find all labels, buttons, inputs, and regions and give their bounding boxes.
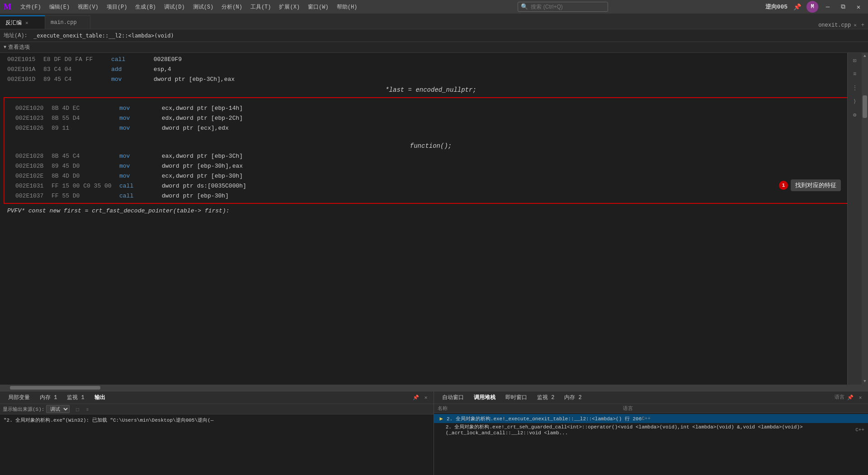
language-label: 语言	[835, 394, 844, 402]
code-line-highlighted: 002E102E 8B 4D D0 mov ecx,dword ptr [ebp…	[8, 171, 854, 181]
sidebar-icon-1[interactable]: ⊡	[849, 55, 861, 66]
callstack-tab-0[interactable]: 自动窗口	[438, 393, 468, 402]
code-line-highlighted: 002E1026 89 11 mov dword ptr [ecx],edx	[8, 123, 854, 133]
menu-item-W[interactable]: 窗口(W)	[304, 2, 332, 12]
code-line: 002E1015 E8 DF D0 FA FF call 0028E0F9	[0, 55, 862, 65]
output-bottom-tabs: 局部变量内存 1监视 1输出	[4, 393, 110, 402]
view-options-label: 查看选项	[8, 43, 30, 51]
operand: esp,4	[154, 65, 171, 75]
close-callstack-button[interactable]: ✕	[856, 394, 864, 402]
output-tab-1[interactable]: 内存 1	[35, 393, 61, 402]
call-stack-row-1[interactable]: 2. 全局对象的析构.exe!_crt_seh_guarded_call<int…	[434, 423, 868, 436]
title-bar: M 文件(F)编辑(E)视图(V)项目(P)生成(B)调试(D)测试(S)分析(…	[0, 0, 868, 14]
scroll-track	[862, 59, 868, 378]
callstack-col-header: 名称 语言	[434, 404, 868, 413]
callstack-tab-3[interactable]: 监视 2	[533, 393, 559, 402]
pin-icon[interactable]: 📌	[791, 1, 803, 13]
menu-item-B[interactable]: 生成(B)	[132, 2, 160, 12]
frame-icon	[438, 426, 444, 433]
menu-item-T[interactable]: 工具(T)	[247, 2, 275, 12]
call-stack-header: 自动窗口调用堆栈即时窗口监视 2内存 2 语言 📌 ✕	[434, 391, 868, 404]
output-tab-0[interactable]: 局部变量	[4, 393, 34, 402]
bottom-comment-line: PVFV* const new first = crt_fast_decode_…	[0, 206, 862, 216]
close-button[interactable]: ✕	[853, 1, 864, 13]
chevron-down-icon: ▼	[4, 45, 6, 50]
view-options-toggle[interactable]: ▼ 查看选项	[4, 43, 30, 51]
address-bar: 地址(A): _execute_onexit_table::__l2::<lam…	[0, 29, 868, 42]
code-view: 002E1015 E8 DF D0 FA FF call 0028E0F9002…	[0, 53, 862, 385]
code-line-highlighted: 002E1037 FF 55 D0 call dword ptr [ebp-30…	[8, 191, 854, 201]
tab-maincpp[interactable]: main.cpp	[45, 15, 90, 29]
callstack-tab-2[interactable]: 即时窗口	[501, 393, 532, 402]
bytes: 89 45 C4	[43, 75, 111, 85]
menu-item-X[interactable]: 扩展(X)	[275, 2, 303, 12]
restore-button[interactable]: ⧉	[837, 1, 849, 13]
toggle-output-button[interactable]: ⇳	[83, 405, 91, 413]
output-tab-2[interactable]: 监视 1	[62, 393, 89, 402]
tab-new[interactable]: +	[861, 22, 864, 28]
pin-callstack-button[interactable]: 📌	[846, 394, 854, 402]
operand: 0028E0F9	[154, 55, 182, 65]
output-tab-3[interactable]: 输出	[90, 393, 110, 402]
tab-bar-right: onexit.cpp ✕ +	[818, 21, 868, 29]
title-bar-right: 逆向005 📌 M — ⧉ ✕	[765, 1, 864, 13]
code-line-highlighted: 002E1031 FF 15 00 C0 35 00 call dword pt…	[8, 181, 854, 191]
search-icon: 🔍	[521, 3, 528, 10]
call-stack-row-0[interactable]: ▶2. 全局对象的析构.exe!_execute_onexit_table::_…	[434, 414, 868, 423]
code-line-highlighted: 002E1020 8B 4D EC mov ecx,dword ptr [ebp…	[8, 103, 854, 113]
right-sidebar: ⊡ ≡ ⋮ ⟩ ⚙	[847, 53, 862, 385]
clear-output-button[interactable]: ⬚	[73, 405, 81, 413]
tab-disassembly[interactable]: 反汇编 ✕	[0, 15, 45, 29]
source-select[interactable]: 调试	[46, 405, 70, 413]
search-box[interactable]: 🔍	[518, 2, 608, 12]
call-stack-panel: 自动窗口调用堆栈即时窗口监视 2内存 2 语言 📌 ✕ 名称 语言 ▶2. 全局…	[434, 391, 868, 475]
menu-item-P[interactable]: 项目(P)	[103, 2, 131, 12]
menu-item-N[interactable]: 分析(N)	[218, 2, 246, 12]
code-line-highlighted: 002E102B 89 45 D0 mov dword ptr [ebp-30h…	[8, 161, 854, 171]
h-scroll-thumb[interactable]	[10, 386, 100, 390]
mnemonic: mov	[111, 75, 154, 85]
close-output-button[interactable]: ✕	[422, 394, 430, 402]
addr: 002E1015	[7, 55, 43, 65]
tab-maincpp-label: main.cpp	[51, 19, 77, 26]
sidebar-icon-3[interactable]: ⋮	[849, 82, 861, 94]
sidebar-icon-2[interactable]: ≡	[849, 68, 861, 80]
horizontal-scrollbar[interactable]	[0, 385, 868, 391]
vertical-scrollbar[interactable]: ▲ ▼	[862, 53, 868, 385]
operand: dword ptr [ebp-3Ch],eax	[154, 75, 235, 85]
menu-item-E[interactable]: 编辑(E)	[46, 2, 74, 12]
menu-item-H[interactable]: 帮助(H)	[333, 2, 361, 12]
project-name: 逆向005	[765, 3, 788, 11]
menu-item-F[interactable]: 文件(F)	[17, 2, 45, 12]
output-panel: 局部变量内存 1监视 1输出 📌 ✕ 显示输出来源(S): 调试 ⬚ ⇳ "2.…	[0, 391, 434, 475]
menu-item-V[interactable]: 视图(V)	[74, 2, 102, 12]
output-panel-header: 局部变量内存 1监视 1输出 📌 ✕	[0, 391, 434, 404]
menu-item-S[interactable]: 测试(S)	[189, 2, 217, 12]
tab-disassembly-close[interactable]: ✕	[24, 19, 29, 27]
callstack-tab-4[interactable]: 内存 2	[560, 393, 586, 402]
code-line: 002E101A 83 C4 04 add esp,4	[0, 65, 862, 75]
scroll-up-button[interactable]: ▲	[862, 53, 868, 59]
code-line-highlighted: 002E1023 8B 55 D4 mov edx,dword ptr [ebp…	[8, 113, 854, 123]
tab-disassembly-label: 反汇编	[5, 19, 22, 27]
code-line-highlighted: 002E1028 8B 45 C4 mov eax,dword ptr [ebp…	[8, 151, 854, 161]
minimize-button[interactable]: —	[822, 1, 834, 13]
tooltip-badge: 1 找到对应的特征	[779, 179, 841, 191]
scroll-thumb[interactable]	[863, 95, 867, 118]
avatar: M	[807, 1, 818, 13]
menu-item-D[interactable]: 调试(D)	[160, 2, 189, 12]
pin-output-button[interactable]: 📌	[412, 394, 420, 402]
output-content: "2. 全局对象的析构.exe"(Win32): 已加载 "C:\Users\m…	[0, 414, 434, 475]
frame-language: C++	[855, 427, 864, 433]
search-input[interactable]	[531, 4, 599, 10]
tab-onexitcpp-label: onexit.cpp	[818, 22, 851, 28]
address-value: _execute_onexit_table::__l2::<lambda>(vo…	[33, 33, 174, 39]
callstack-content: ▶2. 全局对象的析构.exe!_execute_onexit_table::_…	[434, 413, 868, 475]
scroll-down-button[interactable]: ▼	[862, 378, 868, 385]
title-bar-left: M 文件(F)编辑(E)视图(V)项目(P)生成(B)调试(D)测试(S)分析(…	[4, 2, 361, 12]
sidebar-icon-5[interactable]: ⚙	[849, 109, 861, 121]
tab-onexitcpp-close[interactable]: ✕	[853, 21, 858, 29]
sidebar-icon-4[interactable]: ⟩	[849, 95, 861, 107]
callstack-tab-1[interactable]: 调用堆栈	[469, 393, 500, 402]
bytes: 83 C4 04	[43, 65, 111, 75]
